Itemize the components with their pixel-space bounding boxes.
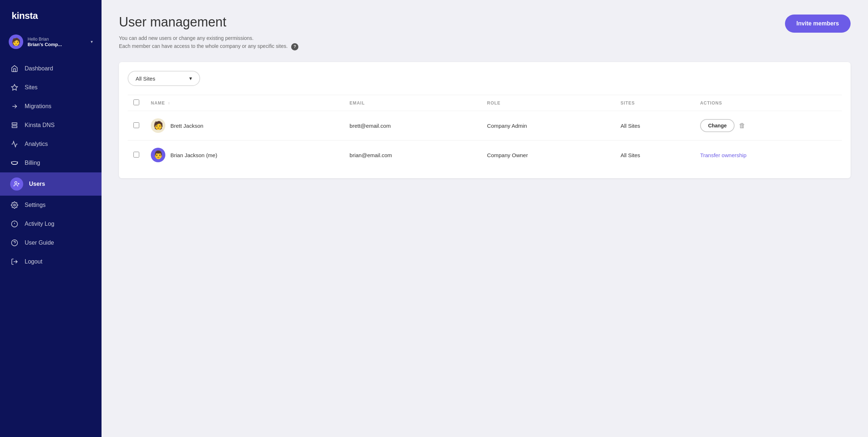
sidebar-item-label: Kinsta DNS bbox=[25, 122, 55, 128]
sidebar-item-label: Users bbox=[29, 181, 45, 187]
sidebar-item-kinsta-dns[interactable]: Kinsta DNS bbox=[0, 116, 102, 135]
sites-cell: All Sites bbox=[615, 140, 694, 170]
page-header-left: User management You can add new users or… bbox=[119, 15, 298, 50]
actions-container: Change 🗑 bbox=[700, 119, 836, 132]
sidebar-item-migrations[interactable]: Migrations bbox=[0, 97, 102, 116]
page-desc-2: Each member can have access to the whole… bbox=[119, 42, 298, 50]
table-row: 🧑 Brett Jackson brett@email.com Company … bbox=[128, 111, 842, 140]
table-row: 👨 Brian Jackson (me) brian@email.com Com… bbox=[128, 140, 842, 170]
email-cell: brett@email.com bbox=[344, 111, 481, 140]
page-title: User management bbox=[119, 15, 298, 30]
user-name: Brett Jackson bbox=[170, 123, 203, 129]
col-email: EMAIL bbox=[344, 95, 481, 111]
sidebar-item-activity-log[interactable]: Activity Log bbox=[0, 215, 102, 233]
logo: kinsta bbox=[0, 0, 102, 30]
user-name: Brian Jackson (me) bbox=[170, 152, 217, 158]
sidebar-item-label: Migrations bbox=[25, 103, 51, 110]
analytics-icon bbox=[10, 140, 19, 148]
main-content: User management You can add new users or… bbox=[102, 0, 868, 437]
avatar: 🧑 bbox=[9, 34, 23, 49]
sites-icon bbox=[10, 83, 19, 92]
sidebar-item-label: Settings bbox=[25, 202, 46, 208]
table-body: 🧑 Brett Jackson brett@email.com Company … bbox=[128, 111, 842, 170]
sidebar-item-label: Activity Log bbox=[25, 221, 54, 227]
actions-cell: Transfer ownership bbox=[694, 140, 842, 170]
invite-members-button[interactable]: Invite members bbox=[785, 15, 851, 33]
sidebar-item-settings[interactable]: Settings bbox=[0, 196, 102, 215]
activity-log-icon bbox=[10, 220, 19, 228]
user-cell: 🧑 Brett Jackson bbox=[151, 118, 338, 133]
filter-row: All Sites ▾ bbox=[128, 71, 842, 86]
name-cell: 🧑 Brett Jackson bbox=[145, 111, 344, 140]
sidebar-item-label: Logout bbox=[25, 258, 42, 265]
sidebar: kinsta 🧑 Hello Brian Brian's Comp... ▾ D… bbox=[0, 0, 102, 437]
page-header: User management You can add new users or… bbox=[119, 15, 851, 50]
col-name: NAME ↑ bbox=[145, 95, 344, 111]
help-icon[interactable]: ? bbox=[291, 43, 298, 50]
svg-point-6 bbox=[14, 204, 16, 206]
sort-arrow-icon: ↑ bbox=[168, 101, 170, 105]
sidebar-item-label: Billing bbox=[25, 160, 40, 166]
row-checkbox[interactable] bbox=[133, 122, 139, 128]
settings-icon bbox=[10, 201, 19, 209]
row-checkbox-cell bbox=[128, 140, 145, 170]
sidebar-item-label: User Guide bbox=[25, 240, 54, 246]
user-avatar-brian: 👨 bbox=[151, 148, 165, 162]
sidebar-item-logout[interactable]: Logout bbox=[0, 252, 102, 271]
page-desc-1: You can add new users or change any exis… bbox=[119, 34, 298, 42]
dns-icon bbox=[10, 121, 19, 130]
nav-section: Dashboard Sites Migrations Kinsta DNS An bbox=[0, 56, 102, 274]
users-card: All Sites ▾ NAME ↑ EMAIL ROLE SITES bbox=[119, 62, 851, 178]
home-icon bbox=[10, 64, 19, 73]
row-checkbox-cell bbox=[128, 111, 145, 140]
delete-icon[interactable]: 🗑 bbox=[739, 122, 745, 130]
row-checkbox[interactable] bbox=[133, 152, 139, 158]
table-header: NAME ↑ EMAIL ROLE SITES ACTIONS bbox=[128, 95, 842, 111]
migrations-icon bbox=[10, 102, 19, 111]
change-button[interactable]: Change bbox=[700, 119, 735, 132]
col-sites: SITES bbox=[615, 95, 694, 111]
users-icon bbox=[10, 177, 23, 191]
email-cell: brian@email.com bbox=[344, 140, 481, 170]
sidebar-item-user-guide[interactable]: User Guide bbox=[0, 233, 102, 252]
sidebar-item-analytics[interactable]: Analytics bbox=[0, 135, 102, 154]
sidebar-item-label: Analytics bbox=[25, 141, 48, 147]
select-all-checkbox[interactable] bbox=[133, 99, 139, 105]
sidebar-item-billing[interactable]: Billing bbox=[0, 154, 102, 172]
sidebar-item-label: Sites bbox=[25, 84, 38, 91]
billing-icon bbox=[10, 159, 19, 167]
sidebar-item-dashboard[interactable]: Dashboard bbox=[0, 59, 102, 78]
user-guide-icon bbox=[10, 238, 19, 247]
user-avatar-brett: 🧑 bbox=[151, 118, 165, 133]
user-greeting: Hello Brian bbox=[28, 37, 86, 42]
sidebar-item-users[interactable]: Users bbox=[0, 172, 102, 196]
col-role: ROLE bbox=[481, 95, 615, 111]
user-cell: 👨 Brian Jackson (me) bbox=[151, 148, 338, 162]
page-desc-2-text: Each member can have access to the whole… bbox=[119, 43, 288, 49]
svg-point-2 bbox=[15, 181, 17, 184]
chevron-down-icon: ▾ bbox=[189, 75, 192, 82]
role-cell: Company Owner bbox=[481, 140, 615, 170]
user-info: Hello Brian Brian's Comp... bbox=[28, 37, 86, 47]
sites-cell: All Sites bbox=[615, 111, 694, 140]
svg-marker-0 bbox=[12, 85, 18, 90]
col-actions: ACTIONS bbox=[694, 95, 842, 111]
logo-text: kinsta bbox=[12, 10, 38, 21]
role-cell: Company Admin bbox=[481, 111, 615, 140]
transfer-ownership-link[interactable]: Transfer ownership bbox=[700, 152, 747, 158]
name-cell: 👨 Brian Jackson (me) bbox=[145, 140, 344, 170]
sidebar-item-sites[interactable]: Sites bbox=[0, 78, 102, 97]
logout-icon bbox=[10, 257, 19, 266]
user-profile[interactable]: 🧑 Hello Brian Brian's Comp... ▾ bbox=[0, 30, 102, 56]
user-company: Brian's Comp... bbox=[28, 42, 86, 47]
sidebar-item-label: Dashboard bbox=[25, 65, 53, 72]
actions-cell: Change 🗑 bbox=[694, 111, 842, 140]
sites-filter-select[interactable]: All Sites ▾ bbox=[128, 71, 200, 86]
users-table: NAME ↑ EMAIL ROLE SITES ACTIONS bbox=[128, 95, 842, 170]
select-all-col bbox=[128, 95, 145, 111]
sites-filter-label: All Sites bbox=[136, 75, 155, 82]
chevron-down-icon: ▾ bbox=[91, 39, 93, 44]
